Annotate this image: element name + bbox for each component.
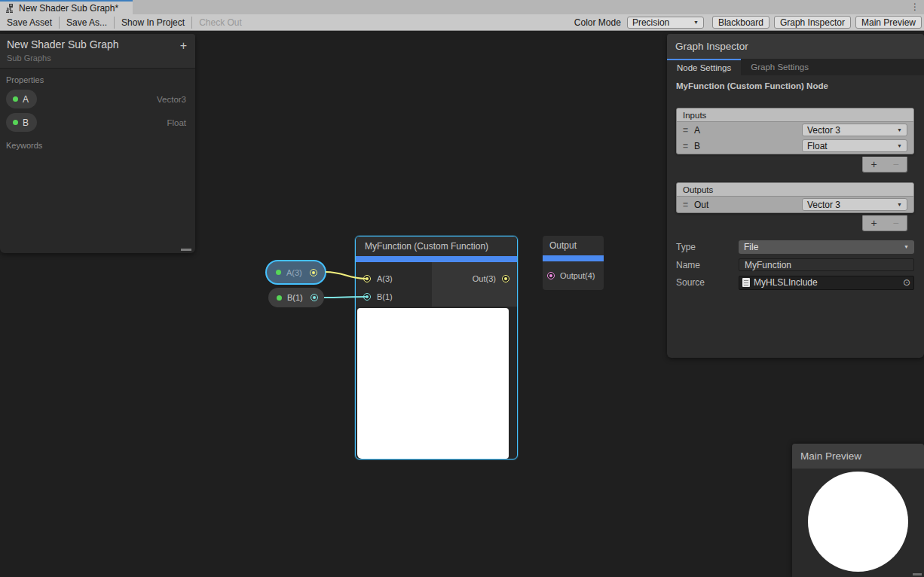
input-a-type-dropdown[interactable]: Vector 3 ▼ xyxy=(802,124,907,136)
graph-inspector-tabs: Node Settings Graph Settings xyxy=(667,59,924,75)
document-tab-title: New Shader Sub Graph* xyxy=(19,3,118,14)
chevron-down-icon: ▼ xyxy=(904,244,909,249)
inputs-row-a[interactable]: = A Vector 3 ▼ xyxy=(677,122,913,138)
tab-node-settings[interactable]: Node Settings xyxy=(667,59,741,75)
input-port-b-label: B(1) xyxy=(377,292,393,301)
output-node[interactable]: Output Output(4) xyxy=(543,236,604,290)
input-port-a[interactable] xyxy=(363,275,371,282)
property-dot-icon xyxy=(276,270,281,275)
graph-inspector-title: Graph Inspector xyxy=(675,41,748,52)
add-output-button[interactable]: + xyxy=(870,217,877,229)
output-port-out[interactable] xyxy=(502,275,509,282)
document-tab-bar: New Shader Sub Graph* ⋮ xyxy=(0,0,924,14)
source-field-row: Source MyHLSLInclude ⊙ xyxy=(676,275,914,290)
type-dropdown[interactable]: File ▼ xyxy=(739,240,914,254)
graph-inspector-toggle-button[interactable]: Graph Inspector xyxy=(774,16,851,29)
property-dot-icon xyxy=(277,295,282,301)
property-node-a-port[interactable] xyxy=(310,269,317,276)
property-row-b: B Float xyxy=(0,111,195,134)
show-in-project-button[interactable]: Show In Project xyxy=(115,14,191,30)
blackboard-toggle-button[interactable]: Blackboard xyxy=(712,16,769,29)
property-node-b-label: B(1) xyxy=(287,293,303,302)
source-object-field[interactable]: MyHLSLInclude ⊙ xyxy=(739,276,914,290)
property-row-a: A Vector3 xyxy=(0,87,195,111)
type-value: File xyxy=(744,242,758,252)
output-node-title: Output xyxy=(549,240,577,251)
output-node-header[interactable]: Output xyxy=(543,236,604,255)
drag-handle-icon[interactable]: = xyxy=(683,200,688,210)
property-a-type: Vector3 xyxy=(157,95,186,104)
input-a-name: A xyxy=(694,125,700,136)
color-mode-value: Precision xyxy=(632,17,669,28)
property-a-name: A xyxy=(23,94,29,105)
document-tab[interactable]: New Shader Sub Graph* xyxy=(0,0,133,14)
save-as-button[interactable]: Save As... xyxy=(60,14,114,30)
source-label: Source xyxy=(676,277,739,288)
outputs-row-out[interactable]: = Out Vector 3 ▼ xyxy=(677,197,913,212)
inputs-row-b[interactable]: = B Float ▼ xyxy=(677,138,913,154)
shader-graph-toolbar: Save Asset Save As... Show In Project Ch… xyxy=(0,14,924,31)
outputs-list: Outputs = Out Vector 3 ▼ xyxy=(676,182,914,213)
property-node-b-port[interactable] xyxy=(311,294,318,301)
input-b-type-dropdown[interactable]: Float ▼ xyxy=(802,139,907,152)
output-node-input-row: Output(4) xyxy=(543,261,604,289)
blackboard-panel[interactable]: New Shader Sub Graph Sub Graphs + Proper… xyxy=(0,34,195,253)
blackboard-title: New Shader Sub Graph xyxy=(7,38,188,50)
custom-function-node-header[interactable]: MyFunction (Custom Function) xyxy=(356,237,517,256)
function-name-value: MyFunction xyxy=(745,260,791,270)
name-label: Name xyxy=(676,260,739,270)
keywords-section-label: Keywords xyxy=(0,134,195,153)
property-node-a[interactable]: A(3) xyxy=(265,260,326,285)
remove-input-button[interactable]: − xyxy=(892,158,898,170)
drag-handle-icon[interactable]: = xyxy=(683,141,688,151)
drag-handle-icon[interactable]: = xyxy=(683,125,688,136)
main-preview-toggle-button[interactable]: Main Preview xyxy=(855,16,922,29)
property-pill-b[interactable]: B xyxy=(6,113,37,132)
custom-function-node[interactable]: MyFunction (Custom Function) A(3) B(1) O… xyxy=(355,236,518,459)
property-node-b[interactable]: B(1) xyxy=(268,288,324,307)
color-mode-label: Color Mode xyxy=(568,17,627,28)
outputs-add-remove-tray: + − xyxy=(862,215,907,231)
remove-output-button[interactable]: − xyxy=(892,217,898,229)
inputs-list: Inputs = A Vector 3 ▼ = B Float ▼ xyxy=(676,108,914,154)
add-property-button[interactable]: + xyxy=(180,40,187,52)
type-field-row: Type File ▼ xyxy=(676,240,914,254)
tab-graph-settings[interactable]: Graph Settings xyxy=(741,59,818,75)
node-precision-bar xyxy=(356,256,517,262)
blackboard-resize-handle[interactable] xyxy=(181,249,191,251)
save-asset-button[interactable]: Save Asset xyxy=(0,14,59,30)
check-out-button: Check Out xyxy=(192,14,249,30)
output-node-input-port[interactable] xyxy=(547,272,555,279)
main-preview-resize-handle[interactable] xyxy=(913,573,922,575)
function-name-input[interactable]: MyFunction xyxy=(739,258,914,271)
text-asset-icon xyxy=(742,278,750,287)
property-node-a-label: A(3) xyxy=(286,268,302,277)
inputs-add-remove-tray: + − xyxy=(862,157,907,172)
output-node-input-label: Output(4) xyxy=(560,271,595,280)
output-out-type-value: Vector 3 xyxy=(807,200,840,210)
chevron-down-icon: ▼ xyxy=(897,202,902,207)
inputs-list-header: Inputs xyxy=(677,108,913,122)
node-precision-bar xyxy=(543,255,604,261)
color-mode-dropdown[interactable]: Precision ▼ xyxy=(627,17,704,29)
tab-overflow-menu-icon[interactable]: ⋮ xyxy=(910,1,919,13)
output-out-type-dropdown[interactable]: Vector 3 ▼ xyxy=(802,198,907,211)
main-preview-header: Main Preview xyxy=(792,444,924,469)
input-port-b[interactable] xyxy=(363,293,371,301)
graph-inspector-panel[interactable]: Graph Inspector Node Settings Graph Sett… xyxy=(667,34,924,358)
property-pill-a[interactable]: A xyxy=(6,90,37,108)
main-preview-title: Main Preview xyxy=(800,450,861,462)
name-field-row: Name MyFunction xyxy=(676,258,914,272)
property-b-name: B xyxy=(23,118,29,128)
output-out-name: Out xyxy=(694,200,708,210)
main-preview-panel[interactable]: Main Preview xyxy=(792,444,924,577)
input-a-type-value: Vector 3 xyxy=(807,125,840,136)
input-b-type-value: Float xyxy=(807,141,828,151)
chevron-down-icon: ▼ xyxy=(897,143,902,148)
custom-function-node-title: MyFunction (Custom Function) xyxy=(365,241,488,252)
node-input-row-a: A(3) xyxy=(356,270,432,288)
add-input-button[interactable]: + xyxy=(870,158,877,170)
object-picker-icon[interactable]: ⊙ xyxy=(903,277,910,288)
outputs-list-header: Outputs xyxy=(677,183,913,197)
blackboard-header: New Shader Sub Graph Sub Graphs + xyxy=(0,34,195,69)
